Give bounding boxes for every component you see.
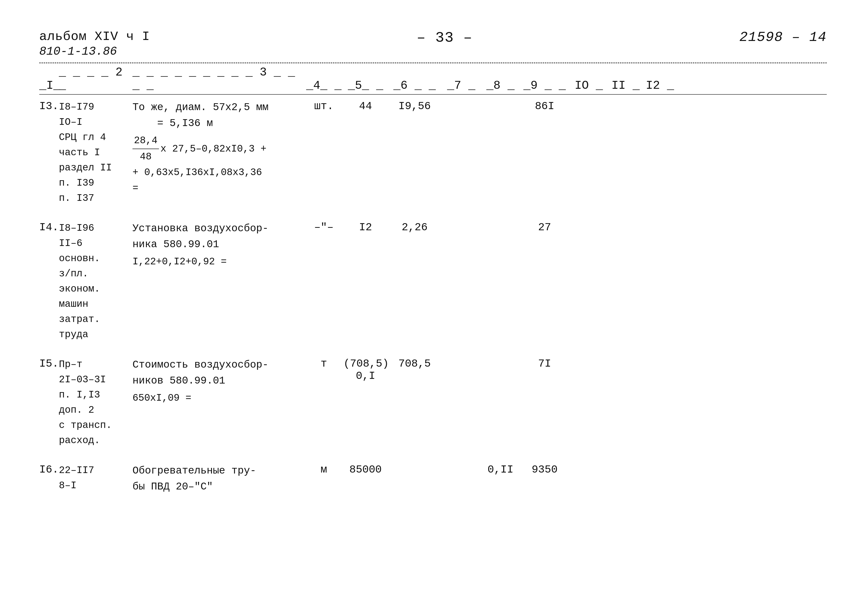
row-reference: 22–II78–I	[59, 463, 132, 493]
row-col11	[608, 463, 643, 464]
row-col7	[442, 221, 481, 221]
row-unit: –"–	[304, 221, 343, 233]
row-description: Обогревательные тру- бы ПВД 20–"С"	[132, 463, 304, 495]
col-header-5: _5_ _	[343, 79, 387, 92]
header-divider	[39, 63, 827, 63]
row-unit: м	[304, 463, 343, 476]
row-col8	[481, 99, 520, 100]
row-total: 27	[520, 221, 569, 233]
row-number: I5.	[39, 357, 59, 370]
row-number: I6.	[39, 463, 59, 476]
row-number: I4.	[39, 221, 59, 233]
col-header-1: _I_	[39, 79, 59, 92]
row-total: 7I	[520, 357, 569, 370]
row-price: I9,56	[387, 99, 442, 112]
row-description: Установка воздухосбор- ника 580.99.01 I,…	[132, 221, 304, 270]
col-header-12: I2 _	[643, 79, 677, 92]
row-col12	[643, 221, 677, 221]
row-quantity: I2	[343, 221, 387, 233]
table-row: I3. I8–I79IO–IСРЦ гл 4часть Iраздел IIп.…	[39, 99, 827, 206]
row-price: 708,5	[387, 357, 442, 370]
row-quantity: 85000	[343, 463, 387, 476]
row-quantity: 44	[343, 99, 387, 112]
row-description: То же, диам. 57x2,5 мм = 5,I36 м 28,4 48…	[132, 99, 304, 196]
row-col12	[643, 99, 677, 100]
row-total: 86I	[520, 99, 569, 112]
header-left: альбом XIV ч I 810-1-13.86	[39, 30, 150, 58]
row-unit: шт.	[304, 99, 343, 112]
col-header-4: _4_ _	[304, 79, 343, 92]
row-col7	[442, 99, 481, 100]
row-price: 2,26	[387, 221, 442, 233]
row-number: I3.	[39, 99, 59, 112]
table-row: I6. 22–II78–I Обогревательные тру- бы ПВ…	[39, 463, 827, 495]
col-header-2: _ _ _ _ 2 _	[59, 66, 132, 92]
row-col12	[643, 357, 677, 358]
col-header-3: _ _ _ _ _ _ _ _ _ 3 _ _ _ _	[132, 66, 304, 92]
row-col8	[481, 357, 520, 358]
row-reference: I8–I79IO–IСРЦ гл 4часть Iраздел IIп. I39…	[59, 99, 132, 206]
table-row: I5. Пр–т2I–03–3Iп. I,I3доп. 2с трансп.ра…	[39, 357, 827, 448]
column-headers-row: _I_ _ _ _ _ 2 _ _ _ _ _ _ _ _ _ _ 3 _ _ …	[39, 66, 827, 95]
row-col8: 0,II	[481, 463, 520, 476]
row-col11	[608, 357, 643, 358]
doc-number: 21598 – 14	[739, 30, 827, 45]
album-label: альбом XIV ч I	[39, 30, 150, 44]
row-col7	[442, 463, 481, 464]
row-col7	[442, 357, 481, 358]
row-price	[387, 463, 442, 464]
row-col10	[569, 463, 608, 464]
row-reference: I8–I96II–6основн.з/пл.эконом.машинзатрат…	[59, 221, 132, 343]
row-col10	[569, 99, 608, 100]
col-header-8: _8 _	[481, 79, 520, 92]
col-header-10: IO _	[569, 79, 608, 92]
row-col8	[481, 221, 520, 221]
row-col11	[608, 221, 643, 221]
row-reference: Пр–т2I–03–3Iп. I,I3доп. 2с трансп.расход…	[59, 357, 132, 448]
album-sub: 810-1-13.86	[39, 45, 150, 58]
col-header-7: _7 _	[442, 79, 481, 92]
table-row: I4. I8–I96II–6основн.з/пл.эконом.машинза…	[39, 221, 827, 343]
row-unit: т	[304, 357, 343, 370]
row-description: Стоимость воздухосбор- ников 580.99.01 6…	[132, 357, 304, 406]
row-col12	[643, 463, 677, 464]
document-page: альбом XIV ч I 810-1-13.86 – 33 – 21598 …	[0, 0, 866, 616]
col-header-9: _9 _ _	[520, 79, 569, 92]
col-header-11: II _	[608, 79, 643, 92]
row-col10	[569, 221, 608, 221]
header: альбом XIV ч I 810-1-13.86 – 33 – 21598 …	[39, 30, 827, 58]
page-number: – 33 –	[417, 30, 472, 46]
row-total: 9350	[520, 463, 569, 476]
row-col11	[608, 99, 643, 100]
col-header-6: _6 _ _	[387, 79, 442, 92]
row-col10	[569, 357, 608, 358]
row-quantity: (708,5)0,I	[343, 357, 387, 382]
